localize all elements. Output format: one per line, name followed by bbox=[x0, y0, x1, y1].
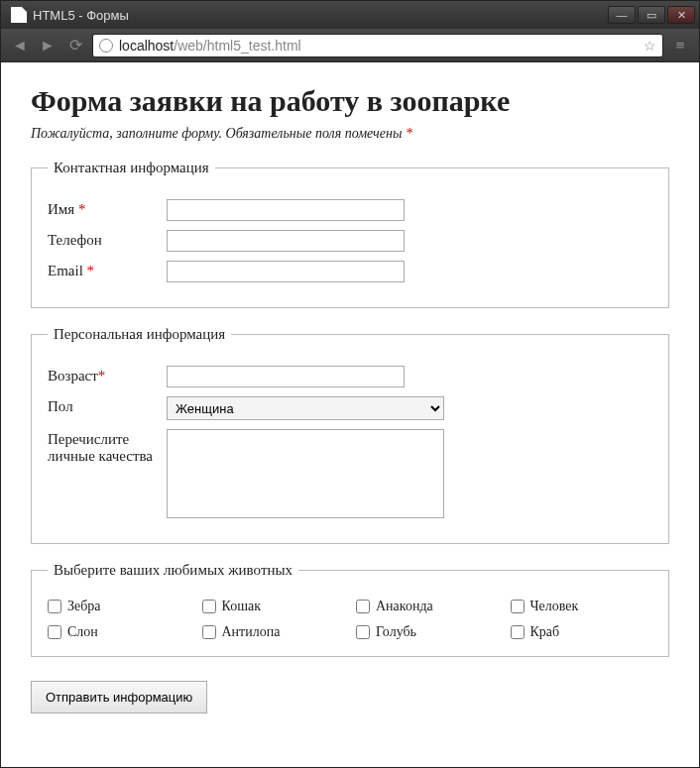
fieldset-personal: Персональная информация Возраст* Пол Жен… bbox=[31, 326, 669, 544]
animal-checkbox[interactable] bbox=[202, 625, 216, 639]
label-gender: Пол bbox=[48, 396, 167, 415]
animal-checkbox[interactable] bbox=[511, 600, 525, 613]
input-email[interactable] bbox=[167, 261, 405, 282]
select-gender[interactable]: Женщина bbox=[167, 396, 444, 420]
minimize-button[interactable]: — bbox=[608, 6, 636, 24]
back-button[interactable]: ◄ bbox=[9, 35, 31, 56]
animal-item[interactable]: Антилопа bbox=[202, 624, 345, 640]
row-email: Email * bbox=[48, 261, 652, 282]
animal-label: Слон bbox=[67, 624, 98, 640]
titlebar: HTML5 - Формы — ▭ ✕ bbox=[1, 1, 699, 29]
animal-item[interactable]: Зебра bbox=[48, 599, 190, 614]
animal-item[interactable]: Краб bbox=[511, 624, 653, 640]
required-marker: * bbox=[406, 126, 412, 141]
subtitle-text: Пожалуйста, заполните форму. Обязательны… bbox=[31, 126, 406, 141]
animal-checkbox[interactable] bbox=[48, 625, 61, 639]
input-phone[interactable] bbox=[167, 230, 405, 252]
page-viewport: Форма заявки на работу в зоопарке Пожалу… bbox=[1, 62, 699, 767]
animal-label: Голубь bbox=[376, 624, 416, 640]
label-email: Email * bbox=[48, 261, 167, 279]
animal-checkbox[interactable] bbox=[202, 600, 216, 613]
animal-item[interactable]: Кошак bbox=[202, 599, 345, 614]
animal-item[interactable]: Анаконда bbox=[356, 599, 499, 614]
input-age[interactable] bbox=[167, 366, 405, 387]
animal-checkbox[interactable] bbox=[356, 625, 370, 639]
row-gender: Пол Женщина bbox=[48, 396, 652, 420]
animal-checkbox[interactable] bbox=[356, 600, 370, 613]
animal-item[interactable]: Слон bbox=[48, 624, 190, 640]
window-buttons: — ▭ ✕ bbox=[608, 6, 695, 24]
animal-label: Зебра bbox=[67, 599, 101, 614]
animal-checkbox[interactable] bbox=[511, 625, 525, 639]
animal-item[interactable]: Человек bbox=[511, 599, 653, 614]
fieldset-animals: Выберите ваших любимых животных Зебра Ко… bbox=[31, 562, 669, 657]
textarea-traits[interactable] bbox=[167, 429, 444, 518]
label-age: Возраст* bbox=[48, 366, 167, 384]
label-name: Имя * bbox=[48, 199, 167, 218]
url-path: /web/html5_test.html bbox=[174, 38, 300, 54]
legend-animals: Выберите ваших любимых животных bbox=[48, 562, 298, 579]
submit-button[interactable]: Отправить информацию bbox=[31, 681, 207, 713]
browser-toolbar: ◄ ► ⟳ localhost/web/html5_test.html ☆ ≡ bbox=[1, 29, 699, 62]
url-host: localhost bbox=[119, 38, 174, 54]
animal-label: Кошак bbox=[222, 599, 261, 614]
legend-personal: Персональная информация bbox=[48, 326, 231, 343]
row-traits: Перечислите личные качества bbox=[48, 429, 652, 518]
input-name[interactable] bbox=[167, 199, 405, 221]
forward-button[interactable]: ► bbox=[37, 35, 58, 56]
close-button[interactable]: ✕ bbox=[667, 6, 695, 24]
globe-icon bbox=[99, 39, 113, 53]
animal-label: Человек bbox=[530, 599, 579, 614]
page-subtitle: Пожалуйста, заполните форму. Обязательны… bbox=[31, 126, 669, 142]
animal-label: Краб bbox=[530, 624, 560, 640]
animal-checkbox[interactable] bbox=[48, 600, 61, 613]
animal-label: Антилопа bbox=[222, 624, 281, 640]
row-phone: Телефон bbox=[48, 230, 652, 252]
legend-contact: Контактная информация bbox=[48, 160, 215, 176]
animal-item[interactable]: Голубь bbox=[356, 624, 499, 640]
menu-button[interactable]: ≡ bbox=[669, 35, 691, 56]
animals-grid: Зебра Кошак Анаконда Человек Слон Антило… bbox=[48, 599, 652, 640]
label-traits: Перечислите личные качества bbox=[48, 429, 167, 465]
maximize-button[interactable]: ▭ bbox=[638, 6, 665, 24]
label-phone: Телефон bbox=[48, 230, 167, 249]
page-heading: Форма заявки на работу в зоопарке bbox=[31, 84, 669, 118]
browser-window: HTML5 - Формы — ▭ ✕ ◄ ► ⟳ localhost/web/… bbox=[0, 0, 700, 768]
animal-label: Анаконда bbox=[376, 599, 433, 614]
reload-button[interactable]: ⟳ bbox=[64, 35, 86, 56]
bookmark-star-icon[interactable]: ☆ bbox=[643, 38, 656, 54]
row-age: Возраст* bbox=[48, 366, 652, 387]
row-name: Имя * bbox=[48, 199, 652, 221]
url-bar[interactable]: localhost/web/html5_test.html ☆ bbox=[92, 34, 663, 57]
fieldset-contact: Контактная информация Имя * Телефон Emai… bbox=[31, 160, 669, 308]
window-title: HTML5 - Формы bbox=[33, 8, 608, 23]
page-icon bbox=[11, 7, 27, 23]
